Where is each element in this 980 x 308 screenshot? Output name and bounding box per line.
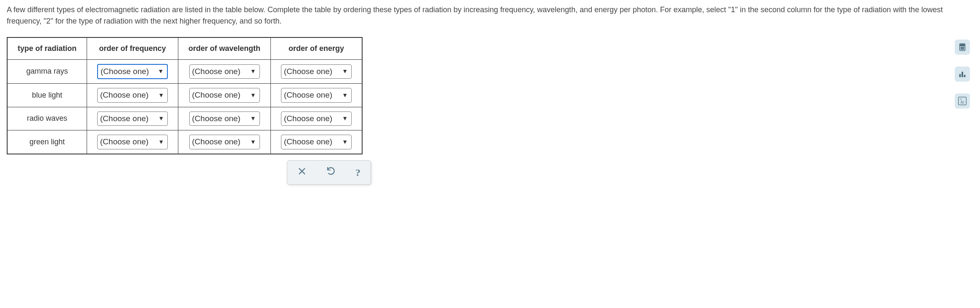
chevron-down-icon: ▼: [250, 138, 256, 146]
radiation-type: green light: [7, 130, 87, 154]
table-row: blue light (Choose one)▼ (Choose one)▼ (…: [7, 84, 362, 107]
chart-button[interactable]: [955, 66, 970, 82]
svg-point-6: [963, 47, 964, 48]
energy-dropdown[interactable]: (Choose one)▼: [281, 88, 352, 103]
table-row: green light (Choose one)▼ (Choose one)▼ …: [7, 130, 362, 154]
wavelength-dropdown[interactable]: (Choose one)▼: [189, 88, 260, 103]
header-frequency: order of frequency: [87, 37, 178, 59]
main-area: type of radiation order of frequency ord…: [7, 37, 371, 185]
radiation-type: gamma rays: [7, 59, 87, 84]
svg-rect-11: [961, 72, 963, 77]
frequency-dropdown[interactable]: (Choose one)▼: [97, 88, 168, 103]
element-icon: 18Ar: [958, 96, 967, 106]
wavelength-dropdown[interactable]: (Choose one)▼: [189, 112, 260, 126]
header-type: type of radiation: [7, 37, 87, 59]
help-icon[interactable]: ?: [355, 165, 360, 180]
svg-point-7: [961, 49, 961, 50]
bar-chart-icon: [958, 69, 967, 79]
chevron-down-icon: ▼: [342, 114, 348, 123]
svg-rect-10: [959, 74, 961, 77]
close-icon[interactable]: [297, 165, 307, 180]
energy-dropdown[interactable]: (Choose one)▼: [281, 64, 352, 79]
svg-rect-3: [960, 45, 964, 46]
header-wavelength: order of wavelength: [178, 37, 271, 59]
chevron-down-icon: ▼: [158, 114, 164, 123]
chevron-down-icon: ▼: [250, 67, 256, 76]
svg-point-5: [962, 47, 963, 48]
chevron-down-icon: ▼: [158, 91, 164, 100]
energy-dropdown[interactable]: (Choose one)▼: [281, 135, 352, 149]
periodic-table-button[interactable]: 18Ar: [955, 93, 970, 109]
svg-text:Ar: Ar: [960, 100, 965, 104]
header-energy: order of energy: [271, 37, 363, 59]
chevron-down-icon: ▼: [158, 138, 164, 146]
table-row: radio waves (Choose one)▼ (Choose one)▼ …: [7, 107, 362, 130]
frequency-dropdown[interactable]: (Choose one)▼: [97, 64, 168, 80]
svg-point-4: [961, 47, 961, 48]
chevron-down-icon: ▼: [250, 114, 256, 123]
svg-point-9: [963, 49, 964, 50]
energy-dropdown[interactable]: (Choose one)▼: [281, 112, 352, 126]
calculator-button[interactable]: [955, 40, 970, 55]
chevron-down-icon: ▼: [342, 67, 348, 76]
side-tools: 18Ar: [955, 37, 973, 109]
question-text: A few different types of electromagnetic…: [7, 4, 973, 27]
radiation-type: blue light: [7, 84, 87, 107]
svg-text:18: 18: [960, 98, 962, 100]
calculator-icon: [958, 42, 967, 52]
frequency-dropdown[interactable]: (Choose one)▼: [97, 135, 168, 149]
svg-point-8: [962, 49, 963, 50]
chevron-down-icon: ▼: [158, 67, 164, 76]
frequency-dropdown[interactable]: (Choose one)▼: [97, 112, 168, 126]
table-row: gamma rays (Choose one)▼ (Choose one)▼ (…: [7, 59, 362, 84]
radiation-type: radio waves: [7, 107, 87, 130]
chevron-down-icon: ▼: [342, 91, 348, 100]
chevron-down-icon: ▼: [342, 138, 348, 146]
svg-rect-12: [964, 75, 966, 77]
radiation-table: type of radiation order of frequency ord…: [7, 37, 363, 154]
wavelength-dropdown[interactable]: (Choose one)▼: [189, 135, 260, 149]
reset-icon[interactable]: [326, 165, 336, 180]
action-toolbar: ?: [287, 160, 371, 185]
chevron-down-icon: ▼: [250, 91, 256, 100]
wavelength-dropdown[interactable]: (Choose one)▼: [189, 64, 260, 79]
